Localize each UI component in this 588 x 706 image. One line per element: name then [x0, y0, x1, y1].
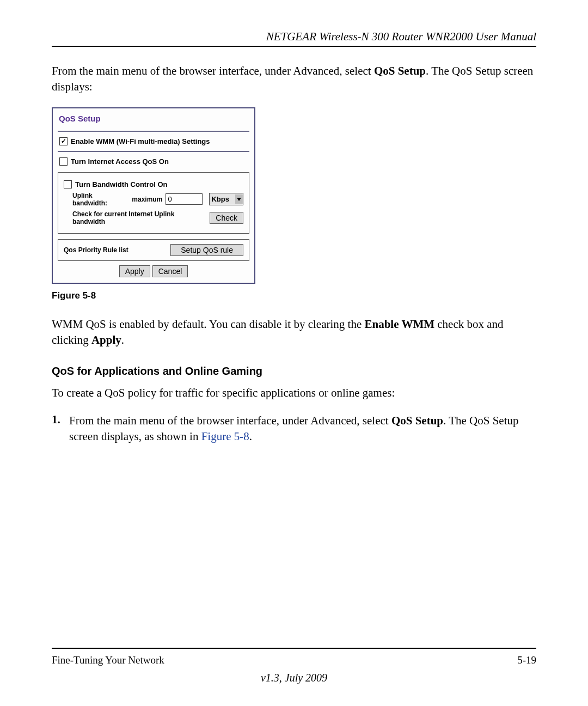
page-header: NETGEAR Wireless-N 300 Router WNR2000 Us… [52, 30, 536, 44]
step-1-number: 1. [52, 413, 69, 445]
step-1-bold: QoS Setup [391, 414, 443, 427]
intro-text-a: From the main menu of the browser interf… [52, 64, 374, 77]
step-1-c: . [249, 430, 252, 443]
steps-list: 1. From the main menu of the browser int… [52, 413, 536, 445]
wmm-paragraph: WMM QoS is enabled by default. You can d… [52, 317, 536, 349]
figure-caption: Figure 5-8 [52, 290, 536, 301]
check-row: Check for current Internet Uplink bandwi… [64, 210, 243, 226]
uplink-label-b: maximum [132, 196, 162, 203]
step-1: 1. From the main menu of the browser int… [52, 413, 536, 445]
priority-label: Qos Priority Rule list [64, 246, 128, 254]
check-button[interactable]: Check [210, 212, 243, 224]
bandwidth-subpanel: Turn Bandwidth Control On Uplink bandwid… [58, 172, 249, 234]
wmm-part3: . [121, 333, 124, 346]
wmm-part1: WMM QoS is enabled by default. You can d… [52, 318, 364, 331]
panel-title: QoS Setup [53, 108, 254, 131]
header-rule [52, 46, 536, 47]
chevron-down-icon [235, 194, 243, 204]
page-footer: Fine-Tuning Your Network 5-19 v1.3, July… [52, 648, 536, 684]
intro-paragraph: From the main menu of the browser interf… [52, 63, 536, 95]
wmm-bold2: Apply [91, 333, 121, 346]
footer-version: v1.3, July 2009 [52, 672, 536, 684]
section-heading: QoS for Applications and Online Gaming [52, 365, 536, 378]
bandwidth-control-label: Turn Bandwidth Control On [75, 180, 167, 188]
uplink-input[interactable] [166, 193, 203, 205]
cancel-button[interactable]: Cancel [152, 265, 188, 277]
uplink-unit-value: Kbps [211, 195, 229, 203]
figure-link[interactable]: Figure 5-8 [201, 430, 249, 443]
svg-marker-0 [237, 198, 241, 201]
intro-bold: QoS Setup [374, 64, 426, 77]
apply-cancel-row: Apply Cancel [53, 265, 254, 277]
step-1-a: From the main menu of the browser interf… [69, 414, 391, 427]
enable-wmm-label: Enable WMM (Wi-Fi multi-media) Settings [71, 137, 210, 145]
internet-qos-checkbox[interactable] [59, 157, 68, 166]
footer-left: Fine-Tuning Your Network [52, 654, 164, 666]
qos-setup-panel: QoS Setup Enable WMM (Wi-Fi multi-media)… [52, 107, 255, 284]
uplink-unit-select[interactable]: Kbps [209, 193, 243, 205]
enable-wmm-row[interactable]: Enable WMM (Wi-Fi multi-media) Settings [53, 132, 254, 151]
uplink-row: Uplink bandwidth: maximum Kbps [64, 192, 243, 207]
footer-right: 5-19 [517, 654, 536, 666]
footer-rule [52, 648, 536, 649]
uplink-label-a: Uplink bandwidth: [72, 192, 128, 207]
wmm-bold1: Enable WMM [364, 318, 434, 331]
priority-row: Qos Priority Rule list Setup QoS rule [58, 239, 249, 261]
internet-qos-label: Turn Internet Access QoS On [71, 157, 169, 166]
setup-qos-rule-button[interactable]: Setup QoS rule [170, 244, 243, 256]
apply-button[interactable]: Apply [119, 265, 150, 277]
bandwidth-control-row[interactable]: Turn Bandwidth Control On [64, 180, 243, 188]
internet-qos-row[interactable]: Turn Internet Access QoS On [53, 152, 254, 171]
check-label: Check for current Internet Uplink bandwi… [72, 210, 203, 226]
enable-wmm-checkbox[interactable] [59, 137, 68, 145]
bandwidth-control-checkbox[interactable] [64, 180, 72, 188]
section-intro: To create a QoS policy for traffic for s… [52, 385, 536, 401]
step-1-body: From the main menu of the browser interf… [69, 413, 536, 445]
